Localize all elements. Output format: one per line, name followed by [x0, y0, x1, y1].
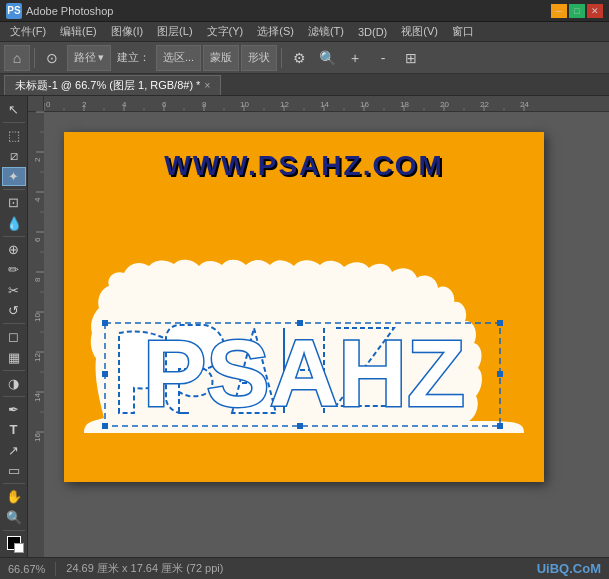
- history-brush-button[interactable]: ↺: [2, 301, 26, 320]
- menu-image[interactable]: 图像(I): [105, 23, 149, 40]
- menu-filter[interactable]: 滤镜(T): [302, 23, 350, 40]
- svg-text:4: 4: [122, 100, 127, 109]
- title-bar: PS Adobe Photoshop ─ □ ✕: [0, 0, 609, 22]
- menu-text[interactable]: 文字(Y): [201, 23, 250, 40]
- eraser-tool-button[interactable]: ◻: [2, 327, 26, 346]
- horizontal-ruler: 0 2 4 6 8 10 12 14 16 18 20: [44, 96, 609, 112]
- gradient-tool-button[interactable]: ▦: [2, 347, 26, 366]
- title-bar-controls: ─ □ ✕: [551, 4, 603, 18]
- tab-label: 未标题-1 @ 66.7% (图层 1, RGB/8#) *: [15, 78, 200, 93]
- tool-divider-4: [3, 323, 25, 324]
- zoom-tool-button[interactable]: 🔍: [2, 508, 26, 527]
- svg-text:12: 12: [280, 100, 289, 109]
- zoom-level: 66.67%: [8, 563, 45, 575]
- crop-tool-button[interactable]: ⊡: [2, 193, 26, 212]
- magic-wand-tool-button[interactable]: ✦: [2, 167, 26, 186]
- canvas-area: 0 2 4 6 8 10 12 14 16 18 20: [28, 96, 609, 557]
- ruler-corner: [28, 96, 44, 112]
- search-icon[interactable]: 🔍: [314, 45, 340, 71]
- maximize-button[interactable]: □: [569, 4, 585, 18]
- tool-divider-7: [3, 483, 25, 484]
- svg-text:16: 16: [360, 100, 369, 109]
- svg-text:8: 8: [33, 277, 42, 282]
- toolbox: ↖ ⬚ ⧄ ✦ ⊡ 💧 ⊕ ✏ ✂ ↺ ◻ ▦ ◑ ✒ T ↗ ▭ ✋ 🔍: [0, 96, 28, 557]
- app-icon: PS: [6, 3, 22, 19]
- menu-window[interactable]: 窗口: [446, 23, 480, 40]
- svg-text:4: 4: [33, 197, 42, 202]
- svg-text:0: 0: [46, 100, 51, 109]
- website-url-text: WWW.PSAHZ.COM: [64, 150, 544, 182]
- eyedropper-tool-button[interactable]: 💧: [2, 214, 26, 233]
- menu-3d[interactable]: 3D(D): [352, 25, 393, 39]
- shape-button[interactable]: 形状: [241, 45, 277, 71]
- shape-tool-button[interactable]: ▭: [2, 461, 26, 480]
- zoom-out-icon[interactable]: -: [370, 45, 396, 71]
- tool-divider-2: [3, 189, 25, 190]
- watermark-text: UiBQ.CoM: [537, 561, 601, 576]
- close-button[interactable]: ✕: [587, 4, 603, 18]
- svg-text:16: 16: [33, 433, 42, 442]
- menu-file[interactable]: 文件(F): [4, 23, 52, 40]
- move-tool-button[interactable]: ↖: [2, 100, 26, 119]
- toolbar-divider-2: [281, 48, 282, 68]
- svg-text:20: 20: [440, 100, 449, 109]
- menu-view[interactable]: 视图(V): [395, 23, 444, 40]
- svg-text:2: 2: [33, 157, 42, 162]
- svg-text:10: 10: [33, 313, 42, 322]
- svg-text:18: 18: [400, 100, 409, 109]
- main-text-svg: PSAHZ: [84, 258, 524, 448]
- tool-divider-1: [3, 122, 25, 123]
- tool-divider-8: [3, 530, 25, 531]
- status-divider-1: [55, 562, 56, 576]
- svg-text:6: 6: [162, 100, 167, 109]
- canvas-content: WWW.PSAHZ.COM: [64, 132, 544, 482]
- path-select-button[interactable]: ↗: [2, 441, 26, 460]
- rect-select-tool-button[interactable]: ⬚: [2, 126, 26, 145]
- minimize-button[interactable]: ─: [551, 4, 567, 18]
- text-tool-button[interactable]: T: [2, 420, 26, 439]
- menu-layer[interactable]: 图层(L): [151, 23, 198, 40]
- svg-text:22: 22: [480, 100, 489, 109]
- menu-edit[interactable]: 编辑(E): [54, 23, 103, 40]
- create-label: 建立：: [113, 50, 154, 65]
- path-dropdown[interactable]: 路径 ▾: [67, 45, 111, 71]
- svg-text:12: 12: [33, 353, 42, 362]
- tool-divider-3: [3, 236, 25, 237]
- arrange-icon[interactable]: ⊞: [398, 45, 424, 71]
- mask-button[interactable]: 蒙版: [203, 45, 239, 71]
- title-bar-text: Adobe Photoshop: [26, 5, 113, 17]
- main-text-container: PSAHZ: [64, 258, 544, 452]
- home-button[interactable]: ⌂: [4, 45, 30, 71]
- title-bar-left: PS Adobe Photoshop: [6, 3, 113, 19]
- toolbar: ⌂ ⊙ 路径 ▾ 建立： 选区... 蒙版 形状 ⚙ 🔍 + - ⊞: [0, 42, 609, 74]
- menu-select[interactable]: 选择(S): [251, 23, 300, 40]
- clone-tool-button[interactable]: ✂: [2, 281, 26, 300]
- document-tab[interactable]: 未标题-1 @ 66.7% (图层 1, RGB/8#) * ×: [4, 75, 221, 95]
- select-button[interactable]: 选区...: [156, 45, 201, 71]
- tab-close-button[interactable]: ×: [204, 80, 210, 91]
- toolbar-divider-1: [34, 48, 35, 68]
- document-canvas: WWW.PSAHZ.COM: [64, 132, 544, 482]
- pen-tool-button[interactable]: ✒: [2, 400, 26, 419]
- main-area: ↖ ⬚ ⧄ ✦ ⊡ 💧 ⊕ ✏ ✂ ↺ ◻ ▦ ◑ ✒ T ↗ ▭ ✋ 🔍: [0, 96, 609, 557]
- svg-text:10: 10: [240, 100, 249, 109]
- lasso-tool-button[interactable]: ⧄: [2, 147, 26, 166]
- tab-bar: 未标题-1 @ 66.7% (图层 1, RGB/8#) * ×: [0, 74, 609, 96]
- svg-text:PSAHZ: PSAHZ: [143, 320, 465, 426]
- dodge-tool-button[interactable]: ◑: [2, 374, 26, 393]
- status-bar: 66.67% 24.69 厘米 x 17.64 厘米 (72 ppi) UiBQ…: [0, 557, 609, 579]
- vertical-ruler: 2 4 6 8 10 12 14 16: [28, 112, 44, 557]
- zoom-in-icon[interactable]: +: [342, 45, 368, 71]
- tool-divider-5: [3, 370, 25, 371]
- heal-tool-button[interactable]: ⊕: [2, 240, 26, 259]
- document-size: 24.69 厘米 x 17.64 厘米 (72 ppi): [66, 561, 223, 576]
- svg-text:14: 14: [320, 100, 329, 109]
- brush-tool-button[interactable]: ✏: [2, 260, 26, 279]
- menu-bar: 文件(F) 编辑(E) 图像(I) 图层(L) 文字(Y) 选择(S) 滤镜(T…: [0, 22, 609, 42]
- brush-options-icon[interactable]: ⊙: [39, 45, 65, 71]
- foreground-color-button[interactable]: [2, 534, 26, 553]
- svg-text:14: 14: [33, 393, 42, 402]
- svg-rect-39: [28, 112, 44, 557]
- hand-tool-button[interactable]: ✋: [2, 487, 26, 506]
- options-icon[interactable]: ⚙: [286, 45, 312, 71]
